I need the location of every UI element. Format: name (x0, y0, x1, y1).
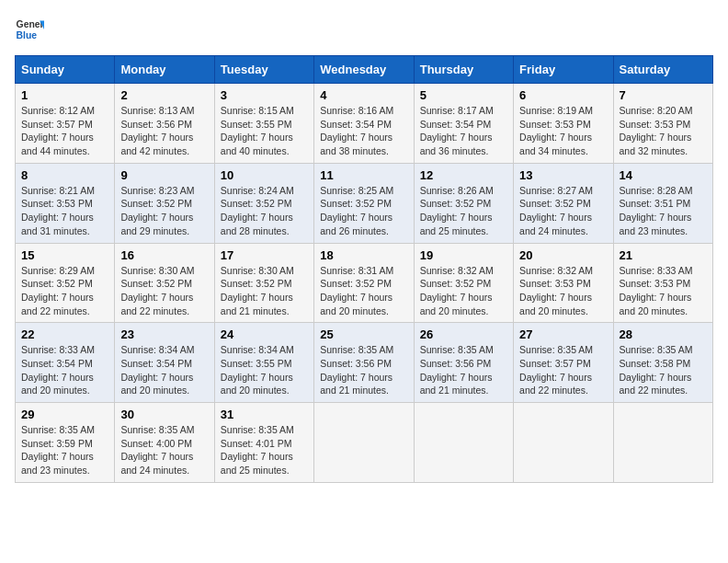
calendar-cell: 24Sunrise: 8:34 AMSunset: 3:55 PMDayligh… (214, 323, 313, 403)
day-number: 25 (320, 327, 407, 341)
calendar-cell: 20Sunrise: 8:32 AMSunset: 3:53 PMDayligh… (514, 243, 613, 323)
weekday-header: Saturday (613, 56, 712, 84)
day-info: Sunrise: 8:24 AMSunset: 3:52 PMDaylight:… (221, 184, 308, 238)
day-info: Sunrise: 8:15 AMSunset: 3:55 PMDaylight:… (221, 104, 308, 158)
calendar-cell: 11Sunrise: 8:25 AMSunset: 3:52 PMDayligh… (314, 163, 414, 243)
day-number: 18 (320, 248, 407, 262)
calendar-cell: 31Sunrise: 8:35 AMSunset: 4:01 PMDayligh… (214, 403, 313, 483)
calendar-body: 1Sunrise: 8:12 AMSunset: 3:57 PMDaylight… (16, 84, 713, 483)
day-info: Sunrise: 8:27 AMSunset: 3:52 PMDaylight:… (519, 184, 607, 238)
calendar-week-row: 1Sunrise: 8:12 AMSunset: 3:57 PMDaylight… (16, 84, 713, 164)
day-number: 11 (320, 168, 407, 182)
calendar-cell: 10Sunrise: 8:24 AMSunset: 3:52 PMDayligh… (214, 163, 313, 243)
day-info: Sunrise: 8:23 AMSunset: 3:52 PMDaylight:… (120, 184, 208, 238)
day-info: Sunrise: 8:30 AMSunset: 3:52 PMDaylight:… (221, 264, 308, 318)
day-number: 6 (519, 88, 607, 102)
day-info: Sunrise: 8:35 AMSunset: 4:00 PMDaylight:… (120, 423, 208, 477)
day-info: Sunrise: 8:31 AMSunset: 3:52 PMDaylight:… (320, 264, 407, 318)
weekday-header: Monday (115, 56, 214, 84)
calendar-table: SundayMondayTuesdayWednesdayThursdayFrid… (15, 55, 713, 483)
calendar-cell: 9Sunrise: 8:23 AMSunset: 3:52 PMDaylight… (115, 163, 214, 243)
page-header: General Blue (15, 15, 713, 44)
day-info: Sunrise: 8:33 AMSunset: 3:54 PMDaylight:… (21, 343, 108, 397)
day-info: Sunrise: 8:33 AMSunset: 3:53 PMDaylight:… (620, 264, 707, 318)
calendar-cell: 8Sunrise: 8:21 AMSunset: 3:53 PMDaylight… (16, 163, 115, 243)
calendar-cell (314, 403, 414, 483)
day-info: Sunrise: 8:35 AMSunset: 3:59 PMDaylight:… (21, 423, 108, 477)
calendar-cell (414, 403, 513, 483)
day-number: 17 (221, 248, 308, 262)
day-number: 23 (120, 327, 208, 341)
day-number: 10 (221, 168, 308, 182)
day-info: Sunrise: 8:17 AMSunset: 3:54 PMDaylight:… (420, 104, 507, 158)
day-info: Sunrise: 8:35 AMSunset: 3:58 PMDaylight:… (620, 343, 707, 397)
calendar-header-row: SundayMondayTuesdayWednesdayThursdayFrid… (16, 56, 713, 84)
weekday-header: Sunday (16, 56, 115, 84)
calendar-cell: 26Sunrise: 8:35 AMSunset: 3:56 PMDayligh… (414, 323, 513, 403)
day-info: Sunrise: 8:32 AMSunset: 3:53 PMDaylight:… (519, 264, 607, 318)
day-number: 29 (21, 408, 108, 421)
day-number: 14 (620, 168, 707, 182)
day-number: 8 (21, 168, 108, 182)
day-info: Sunrise: 8:35 AMSunset: 3:56 PMDaylight:… (320, 343, 407, 397)
calendar-cell: 30Sunrise: 8:35 AMSunset: 4:00 PMDayligh… (115, 403, 214, 483)
calendar-cell: 29Sunrise: 8:35 AMSunset: 3:59 PMDayligh… (16, 403, 115, 483)
calendar-cell: 27Sunrise: 8:35 AMSunset: 3:57 PMDayligh… (514, 323, 613, 403)
day-info: Sunrise: 8:34 AMSunset: 3:54 PMDaylight:… (120, 343, 208, 397)
day-number: 30 (120, 408, 208, 421)
day-info: Sunrise: 8:35 AMSunset: 3:56 PMDaylight:… (420, 343, 507, 397)
calendar-week-row: 8Sunrise: 8:21 AMSunset: 3:53 PMDaylight… (16, 163, 713, 243)
day-info: Sunrise: 8:35 AMSunset: 4:01 PMDaylight:… (221, 423, 308, 477)
calendar-cell: 5Sunrise: 8:17 AMSunset: 3:54 PMDaylight… (414, 84, 513, 164)
calendar-cell: 12Sunrise: 8:26 AMSunset: 3:52 PMDayligh… (414, 163, 513, 243)
day-number: 21 (620, 248, 707, 262)
day-info: Sunrise: 8:21 AMSunset: 3:53 PMDaylight:… (21, 184, 108, 238)
calendar-cell: 21Sunrise: 8:33 AMSunset: 3:53 PMDayligh… (613, 243, 712, 323)
day-number: 26 (420, 327, 507, 341)
calendar-cell: 14Sunrise: 8:28 AMSunset: 3:51 PMDayligh… (613, 163, 712, 243)
day-number: 20 (519, 248, 607, 262)
day-info: Sunrise: 8:12 AMSunset: 3:57 PMDaylight:… (21, 104, 108, 158)
day-number: 3 (221, 88, 308, 102)
day-number: 22 (21, 327, 108, 341)
day-info: Sunrise: 8:26 AMSunset: 3:52 PMDaylight:… (420, 184, 507, 238)
day-info: Sunrise: 8:25 AMSunset: 3:52 PMDaylight:… (320, 184, 407, 238)
day-number: 15 (21, 248, 108, 262)
day-number: 13 (519, 168, 607, 182)
day-info: Sunrise: 8:20 AMSunset: 3:53 PMDaylight:… (620, 104, 707, 158)
day-number: 16 (120, 248, 208, 262)
day-number: 9 (120, 168, 208, 182)
svg-text:Blue: Blue (17, 30, 38, 40)
day-info: Sunrise: 8:32 AMSunset: 3:52 PMDaylight:… (420, 264, 507, 318)
calendar-cell: 3Sunrise: 8:15 AMSunset: 3:55 PMDaylight… (214, 84, 313, 164)
day-number: 4 (320, 88, 407, 102)
calendar-cell: 7Sunrise: 8:20 AMSunset: 3:53 PMDaylight… (613, 84, 712, 164)
calendar-cell: 16Sunrise: 8:30 AMSunset: 3:52 PMDayligh… (115, 243, 214, 323)
day-number: 28 (620, 327, 707, 341)
day-info: Sunrise: 8:19 AMSunset: 3:53 PMDaylight:… (519, 104, 607, 158)
day-info: Sunrise: 8:28 AMSunset: 3:51 PMDaylight:… (620, 184, 707, 238)
day-number: 31 (221, 408, 308, 421)
day-number: 19 (420, 248, 507, 262)
calendar-week-row: 15Sunrise: 8:29 AMSunset: 3:52 PMDayligh… (16, 243, 713, 323)
day-info: Sunrise: 8:13 AMSunset: 3:56 PMDaylight:… (120, 104, 208, 158)
calendar-cell: 15Sunrise: 8:29 AMSunset: 3:52 PMDayligh… (16, 243, 115, 323)
calendar-week-row: 22Sunrise: 8:33 AMSunset: 3:54 PMDayligh… (16, 323, 713, 403)
calendar-cell: 28Sunrise: 8:35 AMSunset: 3:58 PMDayligh… (613, 323, 712, 403)
calendar-week-row: 29Sunrise: 8:35 AMSunset: 3:59 PMDayligh… (16, 403, 713, 483)
calendar-cell: 19Sunrise: 8:32 AMSunset: 3:52 PMDayligh… (414, 243, 513, 323)
calendar-cell (613, 403, 712, 483)
weekday-header: Wednesday (314, 56, 414, 84)
svg-text:General: General (17, 19, 44, 29)
calendar-cell: 13Sunrise: 8:27 AMSunset: 3:52 PMDayligh… (514, 163, 613, 243)
day-info: Sunrise: 8:30 AMSunset: 3:52 PMDaylight:… (120, 264, 208, 318)
calendar-cell: 22Sunrise: 8:33 AMSunset: 3:54 PMDayligh… (16, 323, 115, 403)
day-number: 12 (420, 168, 507, 182)
weekday-header: Thursday (414, 56, 513, 84)
logo-icon: General Blue (15, 15, 44, 44)
calendar-cell: 1Sunrise: 8:12 AMSunset: 3:57 PMDaylight… (16, 84, 115, 164)
day-number: 5 (420, 88, 507, 102)
day-info: Sunrise: 8:35 AMSunset: 3:57 PMDaylight:… (519, 343, 607, 397)
calendar-cell: 4Sunrise: 8:16 AMSunset: 3:54 PMDaylight… (314, 84, 414, 164)
day-number: 27 (519, 327, 607, 341)
